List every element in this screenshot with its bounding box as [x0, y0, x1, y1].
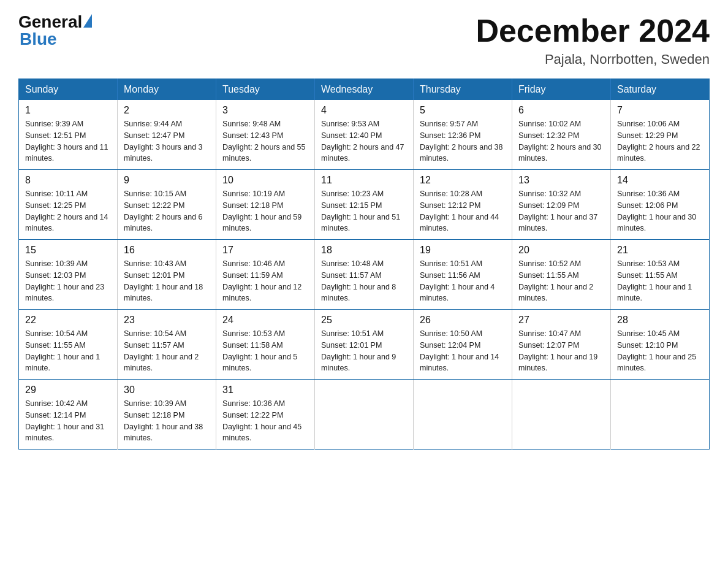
day-info: Sunrise: 10:15 AMSunset: 12:22 PMDayligh…: [124, 188, 210, 234]
calendar-cell: [315, 380, 414, 450]
day-info: Sunrise: 9:39 AMSunset: 12:51 PMDaylight…: [25, 118, 111, 164]
day-info: Sunrise: 9:44 AMSunset: 12:47 PMDaylight…: [124, 118, 210, 164]
logo-blue-text: Blue: [20, 29, 57, 49]
day-info: Sunrise: 10:50 AMSunset: 12:04 PMDayligh…: [420, 328, 506, 374]
day-number: 6: [518, 105, 604, 116]
calendar-cell: 27Sunrise: 10:47 AMSunset: 12:07 PMDayli…: [512, 310, 611, 380]
day-info: Sunrise: 9:57 AMSunset: 12:36 PMDaylight…: [420, 118, 506, 164]
calendar-header-row: SundayMondayTuesdayWednesdayThursdayFrid…: [19, 79, 710, 101]
calendar-header-tuesday: Tuesday: [216, 79, 315, 101]
day-info: Sunrise: 9:53 AMSunset: 12:40 PMDaylight…: [321, 118, 407, 164]
day-info: Sunrise: 10:54 AMSunset: 11:57 AMDayligh…: [124, 328, 210, 374]
calendar-cell: [414, 380, 512, 450]
day-number: 27: [518, 315, 604, 326]
day-number: 26: [420, 315, 506, 326]
day-number: 23: [124, 315, 210, 326]
calendar-table: SundayMondayTuesdayWednesdayThursdayFrid…: [18, 79, 710, 450]
calendar-cell: 13Sunrise: 10:32 AMSunset: 12:09 PMDayli…: [512, 170, 611, 240]
day-number: 19: [420, 245, 506, 256]
calendar-cell: 18Sunrise: 10:48 AMSunset: 11:57 AMDayli…: [315, 240, 414, 310]
day-number: 25: [321, 315, 407, 326]
calendar-cell: 25Sunrise: 10:51 AMSunset: 12:01 PMDayli…: [315, 310, 414, 380]
day-number: 9: [124, 175, 210, 186]
calendar-header-saturday: Saturday: [611, 79, 710, 101]
day-info: Sunrise: 10:43 AMSunset: 12:01 PMDayligh…: [124, 258, 210, 304]
day-info: Sunrise: 10:36 AMSunset: 12:22 PMDayligh…: [222, 398, 308, 444]
day-number: 11: [321, 175, 407, 186]
day-info: Sunrise: 10:28 AMSunset: 12:12 PMDayligh…: [420, 188, 506, 234]
day-number: 3: [222, 105, 308, 116]
calendar-cell: 10Sunrise: 10:19 AMSunset: 12:18 PMDayli…: [216, 170, 315, 240]
calendar-week-5: 29Sunrise: 10:42 AMSunset: 12:14 PMDayli…: [19, 380, 710, 450]
day-number: 12: [420, 175, 506, 186]
calendar-cell: 2Sunrise: 9:44 AMSunset: 12:47 PMDayligh…: [118, 100, 216, 170]
calendar-header-thursday: Thursday: [414, 79, 512, 101]
calendar-cell: 16Sunrise: 10:43 AMSunset: 12:01 PMDayli…: [118, 240, 216, 310]
calendar-cell: 30Sunrise: 10:39 AMSunset: 12:18 PMDayli…: [118, 380, 216, 450]
calendar-cell: 28Sunrise: 10:45 AMSunset: 12:10 PMDayli…: [611, 310, 710, 380]
day-number: 14: [617, 175, 703, 186]
day-number: 30: [124, 385, 210, 396]
day-number: 22: [25, 315, 111, 326]
calendar-cell: 31Sunrise: 10:36 AMSunset: 12:22 PMDayli…: [216, 380, 315, 450]
day-number: 5: [420, 105, 506, 116]
day-info: Sunrise: 10:51 AMSunset: 12:01 PMDayligh…: [321, 328, 407, 374]
day-number: 31: [222, 385, 308, 396]
calendar-header-monday: Monday: [118, 79, 216, 101]
calendar-cell: 23Sunrise: 10:54 AMSunset: 11:57 AMDayli…: [118, 310, 216, 380]
day-number: 7: [617, 105, 703, 116]
calendar-cell: 11Sunrise: 10:23 AMSunset: 12:15 PMDayli…: [315, 170, 414, 240]
day-info: Sunrise: 10:45 AMSunset: 12:10 PMDayligh…: [617, 328, 703, 374]
calendar-cell: 8Sunrise: 10:11 AMSunset: 12:25 PMDaylig…: [19, 170, 118, 240]
day-info: Sunrise: 10:52 AMSunset: 11:55 AMDayligh…: [518, 258, 604, 304]
calendar-cell: 26Sunrise: 10:50 AMSunset: 12:04 PMDayli…: [414, 310, 512, 380]
calendar-header-friday: Friday: [512, 79, 611, 101]
logo-triangle-icon: [83, 14, 92, 28]
calendar-week-2: 8Sunrise: 10:11 AMSunset: 12:25 PMDaylig…: [19, 170, 710, 240]
page-header: General Blue December 2024 Pajala, Norrb…: [18, 12, 710, 67]
calendar-cell: 1Sunrise: 9:39 AMSunset: 12:51 PMDayligh…: [19, 100, 118, 170]
calendar-cell: 17Sunrise: 10:46 AMSunset: 11:59 AMDayli…: [216, 240, 315, 310]
day-info: Sunrise: 10:23 AMSunset: 12:15 PMDayligh…: [321, 188, 407, 234]
day-number: 13: [518, 175, 604, 186]
calendar-week-3: 15Sunrise: 10:39 AMSunset: 12:03 PMDayli…: [19, 240, 710, 310]
day-info: Sunrise: 10:42 AMSunset: 12:14 PMDayligh…: [25, 398, 111, 444]
calendar-cell: 19Sunrise: 10:51 AMSunset: 11:56 AMDayli…: [414, 240, 512, 310]
day-info: Sunrise: 10:39 AMSunset: 12:03 PMDayligh…: [25, 258, 111, 304]
calendar-header-wednesday: Wednesday: [315, 79, 414, 101]
day-info: Sunrise: 9:48 AMSunset: 12:43 PMDaylight…: [222, 118, 308, 164]
calendar-cell: 5Sunrise: 9:57 AMSunset: 12:36 PMDayligh…: [414, 100, 512, 170]
day-info: Sunrise: 10:19 AMSunset: 12:18 PMDayligh…: [222, 188, 308, 234]
day-info: Sunrise: 10:02 AMSunset: 12:32 PMDayligh…: [518, 118, 604, 164]
day-number: 2: [124, 105, 210, 116]
day-number: 28: [617, 315, 703, 326]
day-number: 20: [518, 245, 604, 256]
day-info: Sunrise: 10:48 AMSunset: 11:57 AMDayligh…: [321, 258, 407, 304]
day-number: 8: [25, 175, 111, 186]
calendar-week-1: 1Sunrise: 9:39 AMSunset: 12:51 PMDayligh…: [19, 100, 710, 170]
calendar-cell: 29Sunrise: 10:42 AMSunset: 12:14 PMDayli…: [19, 380, 118, 450]
title-section: December 2024 Pajala, Norrbotten, Sweden: [476, 12, 710, 67]
day-info: Sunrise: 10:54 AMSunset: 11:55 AMDayligh…: [25, 328, 111, 374]
day-info: Sunrise: 10:51 AMSunset: 11:56 AMDayligh…: [420, 258, 506, 304]
day-info: Sunrise: 10:46 AMSunset: 11:59 AMDayligh…: [222, 258, 308, 304]
calendar-cell: 9Sunrise: 10:15 AMSunset: 12:22 PMDaylig…: [118, 170, 216, 240]
day-info: Sunrise: 10:53 AMSunset: 11:58 AMDayligh…: [222, 328, 308, 374]
day-info: Sunrise: 10:53 AMSunset: 11:55 AMDayligh…: [617, 258, 703, 304]
day-info: Sunrise: 10:06 AMSunset: 12:29 PMDayligh…: [617, 118, 703, 164]
calendar-cell: 21Sunrise: 10:53 AMSunset: 11:55 AMDayli…: [611, 240, 710, 310]
month-title: December 2024: [476, 12, 710, 49]
day-number: 29: [25, 385, 111, 396]
day-info: Sunrise: 10:47 AMSunset: 12:07 PMDayligh…: [518, 328, 604, 374]
calendar-cell: 14Sunrise: 10:36 AMSunset: 12:06 PMDayli…: [611, 170, 710, 240]
calendar-cell: 6Sunrise: 10:02 AMSunset: 12:32 PMDaylig…: [512, 100, 611, 170]
day-number: 18: [321, 245, 407, 256]
day-number: 17: [222, 245, 308, 256]
day-number: 16: [124, 245, 210, 256]
day-number: 1: [25, 105, 111, 116]
calendar-cell: 15Sunrise: 10:39 AMSunset: 12:03 PMDayli…: [19, 240, 118, 310]
day-number: 10: [222, 175, 308, 186]
day-info: Sunrise: 10:36 AMSunset: 12:06 PMDayligh…: [617, 188, 703, 234]
calendar-cell: 22Sunrise: 10:54 AMSunset: 11:55 AMDayli…: [19, 310, 118, 380]
calendar-cell: [512, 380, 611, 450]
